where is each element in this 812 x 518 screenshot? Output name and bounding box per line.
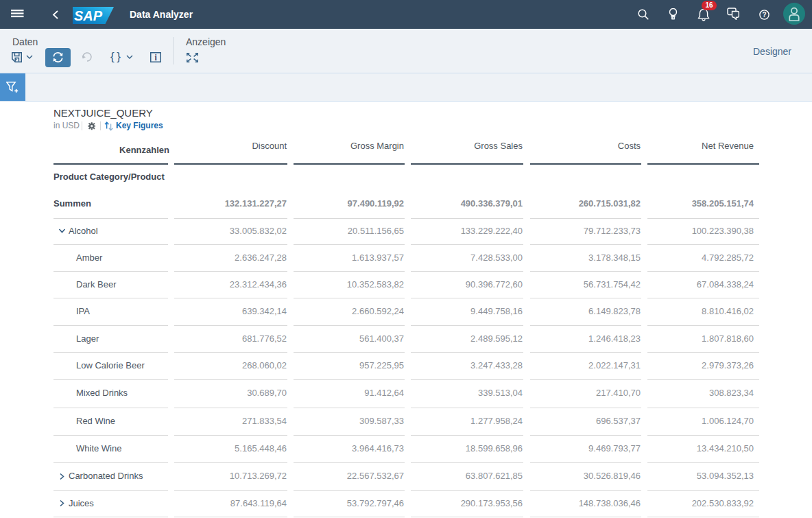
- svg-text:SAP: SAP: [74, 8, 103, 23]
- svg-text:?: ?: [762, 11, 766, 19]
- svg-text:i: i: [154, 54, 157, 62]
